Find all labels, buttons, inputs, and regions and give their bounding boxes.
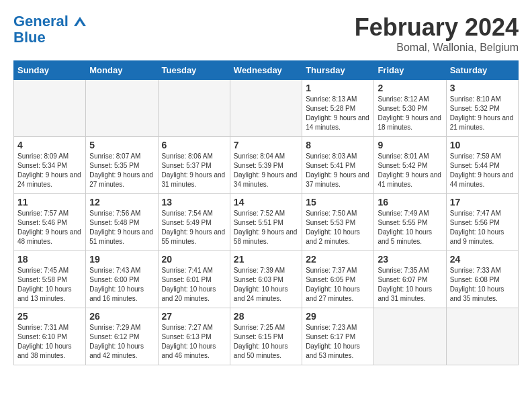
day-info: Sunrise: 7:57 AM Sunset: 5:46 PM Dayligh… bbox=[17, 209, 82, 246]
table-row: 4Sunrise: 8:09 AM Sunset: 5:34 PM Daylig… bbox=[14, 137, 86, 194]
day-info: Sunrise: 8:10 AM Sunset: 5:32 PM Dayligh… bbox=[450, 95, 515, 132]
day-info: Sunrise: 8:13 AM Sunset: 5:28 PM Dayligh… bbox=[306, 95, 370, 132]
calendar-header-row: Sunday Monday Tuesday Wednesday Thursday… bbox=[14, 61, 519, 80]
day-number: 27 bbox=[162, 311, 226, 322]
day-number: 20 bbox=[162, 254, 226, 265]
header: General Blue February 2024 Bomal, Wallon… bbox=[13, 13, 519, 54]
col-friday: Friday bbox=[374, 61, 446, 80]
table-row: 2Sunrise: 8:12 AM Sunset: 5:30 PM Daylig… bbox=[374, 80, 446, 137]
col-wednesday: Wednesday bbox=[230, 61, 302, 80]
day-info: Sunrise: 8:03 AM Sunset: 5:41 PM Dayligh… bbox=[306, 152, 370, 189]
day-number: 29 bbox=[306, 311, 370, 322]
day-number: 12 bbox=[89, 197, 154, 208]
day-number: 1 bbox=[306, 83, 370, 93]
day-info: Sunrise: 8:12 AM Sunset: 5:30 PM Dayligh… bbox=[378, 95, 442, 132]
day-info: Sunrise: 7:47 AM Sunset: 5:56 PM Dayligh… bbox=[450, 209, 515, 246]
day-info: Sunrise: 8:01 AM Sunset: 5:42 PM Dayligh… bbox=[378, 152, 442, 189]
table-row bbox=[230, 80, 302, 137]
table-row: 3Sunrise: 8:10 AM Sunset: 5:32 PM Daylig… bbox=[446, 80, 518, 137]
col-monday: Monday bbox=[86, 61, 158, 80]
logo-icon bbox=[74, 17, 86, 26]
table-row: 16Sunrise: 7:49 AM Sunset: 5:55 PM Dayli… bbox=[374, 194, 446, 251]
col-thursday: Thursday bbox=[302, 61, 374, 80]
table-row: 27Sunrise: 7:27 AM Sunset: 6:13 PM Dayli… bbox=[158, 308, 230, 365]
col-saturday: Saturday bbox=[446, 61, 518, 80]
day-number: 16 bbox=[378, 197, 442, 208]
day-number: 21 bbox=[234, 254, 298, 265]
table-row: 23Sunrise: 7:35 AM Sunset: 6:07 PM Dayli… bbox=[374, 251, 446, 308]
table-row: 14Sunrise: 7:52 AM Sunset: 5:51 PM Dayli… bbox=[230, 194, 302, 251]
table-row: 13Sunrise: 7:54 AM Sunset: 5:49 PM Dayli… bbox=[158, 194, 230, 251]
day-info: Sunrise: 7:35 AM Sunset: 6:07 PM Dayligh… bbox=[378, 266, 442, 304]
day-info: Sunrise: 7:50 AM Sunset: 5:53 PM Dayligh… bbox=[306, 209, 370, 246]
day-number: 22 bbox=[306, 254, 370, 265]
table-row: 19Sunrise: 7:43 AM Sunset: 6:00 PM Dayli… bbox=[86, 251, 158, 308]
calendar-row: 1Sunrise: 8:13 AM Sunset: 5:28 PM Daylig… bbox=[14, 80, 519, 137]
day-info: Sunrise: 7:49 AM Sunset: 5:55 PM Dayligh… bbox=[378, 209, 442, 246]
day-number: 25 bbox=[17, 311, 82, 322]
day-number: 17 bbox=[450, 197, 515, 208]
table-row: 15Sunrise: 7:50 AM Sunset: 5:53 PM Dayli… bbox=[302, 194, 374, 251]
day-info: Sunrise: 8:09 AM Sunset: 5:34 PM Dayligh… bbox=[17, 152, 82, 189]
day-info: Sunrise: 7:33 AM Sunset: 6:08 PM Dayligh… bbox=[450, 266, 515, 304]
day-number: 26 bbox=[89, 311, 154, 322]
calendar-row: 11Sunrise: 7:57 AM Sunset: 5:46 PM Dayli… bbox=[14, 194, 519, 251]
day-info: Sunrise: 7:41 AM Sunset: 6:01 PM Dayligh… bbox=[162, 266, 226, 304]
table-row: 21Sunrise: 7:39 AM Sunset: 6:03 PM Dayli… bbox=[230, 251, 302, 308]
day-info: Sunrise: 7:31 AM Sunset: 6:10 PM Dayligh… bbox=[17, 323, 82, 361]
day-info: Sunrise: 7:23 AM Sunset: 6:17 PM Dayligh… bbox=[306, 323, 370, 361]
day-info: Sunrise: 7:56 AM Sunset: 5:48 PM Dayligh… bbox=[89, 209, 154, 246]
day-number: 28 bbox=[234, 311, 298, 322]
calendar-row: 25Sunrise: 7:31 AM Sunset: 6:10 PM Dayli… bbox=[14, 308, 519, 365]
logo-blue-text: Blue bbox=[13, 30, 86, 46]
table-row: 10Sunrise: 7:59 AM Sunset: 5:44 PM Dayli… bbox=[446, 137, 518, 194]
table-row: 8Sunrise: 8:03 AM Sunset: 5:41 PM Daylig… bbox=[302, 137, 374, 194]
day-number: 14 bbox=[234, 197, 298, 208]
day-info: Sunrise: 7:37 AM Sunset: 6:05 PM Dayligh… bbox=[306, 266, 370, 304]
logo: General Blue bbox=[13, 13, 86, 46]
day-info: Sunrise: 7:29 AM Sunset: 6:12 PM Dayligh… bbox=[89, 323, 154, 361]
calendar-title: February 2024 bbox=[355, 13, 519, 42]
table-row bbox=[158, 80, 230, 137]
day-number: 19 bbox=[89, 254, 154, 265]
day-number: 23 bbox=[378, 254, 442, 265]
day-info: Sunrise: 8:06 AM Sunset: 5:37 PM Dayligh… bbox=[162, 152, 226, 189]
table-row: 20Sunrise: 7:41 AM Sunset: 6:01 PM Dayli… bbox=[158, 251, 230, 308]
day-info: Sunrise: 7:52 AM Sunset: 5:51 PM Dayligh… bbox=[234, 209, 298, 246]
day-info: Sunrise: 7:45 AM Sunset: 5:58 PM Dayligh… bbox=[17, 266, 82, 304]
table-row: 29Sunrise: 7:23 AM Sunset: 6:17 PM Dayli… bbox=[302, 308, 374, 365]
title-area: February 2024 Bomal, Wallonia, Belgium bbox=[355, 13, 519, 54]
day-number: 3 bbox=[450, 83, 515, 93]
day-info: Sunrise: 7:27 AM Sunset: 6:13 PM Dayligh… bbox=[162, 323, 226, 361]
table-row bbox=[374, 308, 446, 365]
day-info: Sunrise: 7:25 AM Sunset: 6:15 PM Dayligh… bbox=[234, 323, 298, 361]
day-number: 7 bbox=[234, 140, 298, 150]
calendar-subtitle: Bomal, Wallonia, Belgium bbox=[355, 42, 519, 54]
table-row: 6Sunrise: 8:06 AM Sunset: 5:37 PM Daylig… bbox=[158, 137, 230, 194]
col-tuesday: Tuesday bbox=[158, 61, 230, 80]
day-number: 6 bbox=[162, 140, 226, 150]
day-number: 15 bbox=[306, 197, 370, 208]
table-row: 18Sunrise: 7:45 AM Sunset: 5:58 PM Dayli… bbox=[14, 251, 86, 308]
day-number: 24 bbox=[450, 254, 515, 265]
day-info: Sunrise: 7:43 AM Sunset: 6:00 PM Dayligh… bbox=[89, 266, 154, 304]
day-number: 10 bbox=[450, 140, 515, 150]
table-row: 9Sunrise: 8:01 AM Sunset: 5:42 PM Daylig… bbox=[374, 137, 446, 194]
day-number: 11 bbox=[17, 197, 82, 208]
table-row: 26Sunrise: 7:29 AM Sunset: 6:12 PM Dayli… bbox=[86, 308, 158, 365]
table-row: 22Sunrise: 7:37 AM Sunset: 6:05 PM Dayli… bbox=[302, 251, 374, 308]
table-row: 1Sunrise: 8:13 AM Sunset: 5:28 PM Daylig… bbox=[302, 80, 374, 137]
col-sunday: Sunday bbox=[14, 61, 86, 80]
calendar-row: 18Sunrise: 7:45 AM Sunset: 5:58 PM Dayli… bbox=[14, 251, 519, 308]
day-info: Sunrise: 7:59 AM Sunset: 5:44 PM Dayligh… bbox=[450, 152, 515, 189]
table-row: 7Sunrise: 8:04 AM Sunset: 5:39 PM Daylig… bbox=[230, 137, 302, 194]
day-info: Sunrise: 7:39 AM Sunset: 6:03 PM Dayligh… bbox=[234, 266, 298, 304]
table-row: 11Sunrise: 7:57 AM Sunset: 5:46 PM Dayli… bbox=[14, 194, 86, 251]
day-number: 13 bbox=[162, 197, 226, 208]
table-row: 17Sunrise: 7:47 AM Sunset: 5:56 PM Dayli… bbox=[446, 194, 518, 251]
day-number: 18 bbox=[17, 254, 82, 265]
day-number: 2 bbox=[378, 83, 442, 93]
logo-text: General bbox=[13, 13, 86, 30]
table-row bbox=[14, 80, 86, 137]
table-row: 5Sunrise: 8:07 AM Sunset: 5:35 PM Daylig… bbox=[86, 137, 158, 194]
